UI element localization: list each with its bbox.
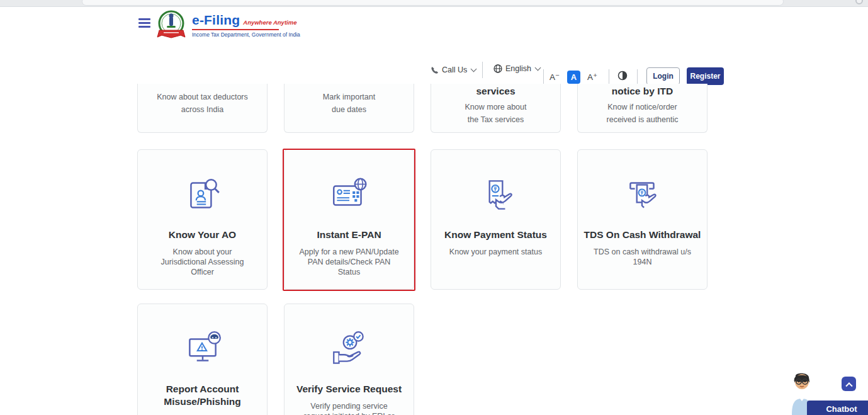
service-card-instant-epan[interactable]: Instant E-PAN Apply for a new PAN/Update…: [284, 149, 414, 290]
monitor-phishing-alert-icon: [138, 327, 267, 372]
document-person-search-icon: [138, 173, 267, 218]
font-size-decrease-button[interactable]: A⁻: [550, 72, 560, 82]
language-label: English: [505, 64, 531, 73]
card-title: Instant E-PAN: [285, 229, 414, 241]
service-card-authenticate-notice[interactable]: notice by ITD Know if notice/order recei…: [577, 84, 707, 133]
hand-gear-check-icon: [285, 327, 414, 372]
card-title: notice by ITD: [578, 86, 707, 97]
card-subtitle: Know more about the Tax services: [431, 101, 560, 126]
card-subtitle: Know about tax deductors across India: [138, 91, 267, 116]
service-card-know-payment-status[interactable]: Know Payment Status Know your payment st…: [431, 149, 561, 290]
browser-toolbar-remnant: [0, 0, 868, 7]
chevron-down-icon: [471, 66, 477, 72]
language-dropdown[interactable]: English: [493, 64, 540, 73]
card-title: Report Account Misuse/Phishing: [138, 383, 267, 408]
card-title: Know Payment Status: [431, 229, 560, 241]
logo-title: e-Filing: [192, 13, 240, 28]
atm-cash-withdrawal-icon: [578, 173, 707, 218]
hamburger-menu-icon[interactable]: [138, 18, 150, 28]
card-title: Verify Service Request: [285, 383, 414, 395]
call-us-label: Call Us: [442, 65, 467, 74]
contrast-half-circle-icon: [617, 71, 628, 81]
logo-subtitle: Income Tax Department, Government of Ind…: [192, 31, 299, 38]
font-size-normal-button[interactable]: A: [567, 71, 580, 84]
browser-avatar-remnant: [855, 0, 863, 4]
divider: [482, 62, 483, 78]
card-subtitle: Mark important due dates: [285, 91, 414, 116]
payment-receipt-hand-icon: [431, 173, 560, 218]
login-button[interactable]: Login: [646, 67, 680, 85]
logo-divider: [192, 29, 279, 30]
site-logo[interactable]: e-Filing Anywhere Anytime Income Tax Dep…: [192, 13, 299, 38]
chevron-down-icon: [535, 65, 541, 71]
service-card-verify-service-request[interactable]: Verify Service Request Verify pending se…: [284, 304, 414, 415]
logo-tagline: Anywhere Anytime: [243, 19, 296, 26]
epan-card-globe-icon: [285, 173, 414, 218]
card-subtitle: Apply for a new PAN/Update PAN details/C…: [285, 247, 414, 277]
card-subtitle: Know about your Jurisdictional Assessing…: [138, 247, 267, 277]
chevron-up-icon: [845, 382, 852, 389]
card-title: TDS On Cash Withdrawal: [578, 229, 707, 241]
call-us-dropdown[interactable]: Call Us: [431, 65, 476, 74]
font-size-increase-button[interactable]: A⁺: [587, 72, 597, 82]
service-card-know-your-ao[interactable]: Know Your AO Know about your Jurisdictio…: [137, 149, 268, 290]
service-card-due-dates[interactable]: Mark important due dates: [284, 84, 414, 133]
scroll-to-top-button[interactable]: [842, 377, 856, 391]
service-card-report-misuse-phishing[interactable]: Report Account Misuse/Phishing: [137, 304, 268, 415]
income-tax-dept-emblem: [155, 9, 187, 42]
contrast-toggle-button[interactable]: [617, 71, 628, 83]
card-subtitle: Know your payment status: [431, 247, 560, 257]
card-title: Know Your AO: [138, 229, 267, 241]
browser-address-bar-remnant: [82, 0, 784, 6]
card-subtitle: TDS on cash withdrawal u/s 194N: [578, 247, 707, 267]
service-card-tax-deductors[interactable]: Know about tax deductors across India: [137, 84, 268, 133]
card-title: services: [431, 86, 560, 97]
service-card-tax-services[interactable]: services Know more about the Tax service…: [431, 84, 561, 133]
chatbot-button[interactable]: Chatbot: [807, 401, 868, 415]
card-subtitle: Know if notice/order received is authent…: [578, 101, 707, 126]
register-button[interactable]: Register: [687, 67, 724, 85]
phone-icon: [431, 66, 439, 74]
service-card-tds-cash-withdrawal[interactable]: TDS On Cash Withdrawal TDS on cash withd…: [577, 149, 707, 290]
card-subtitle: Verify pending service request initiated…: [285, 401, 414, 415]
globe-icon: [493, 64, 502, 73]
